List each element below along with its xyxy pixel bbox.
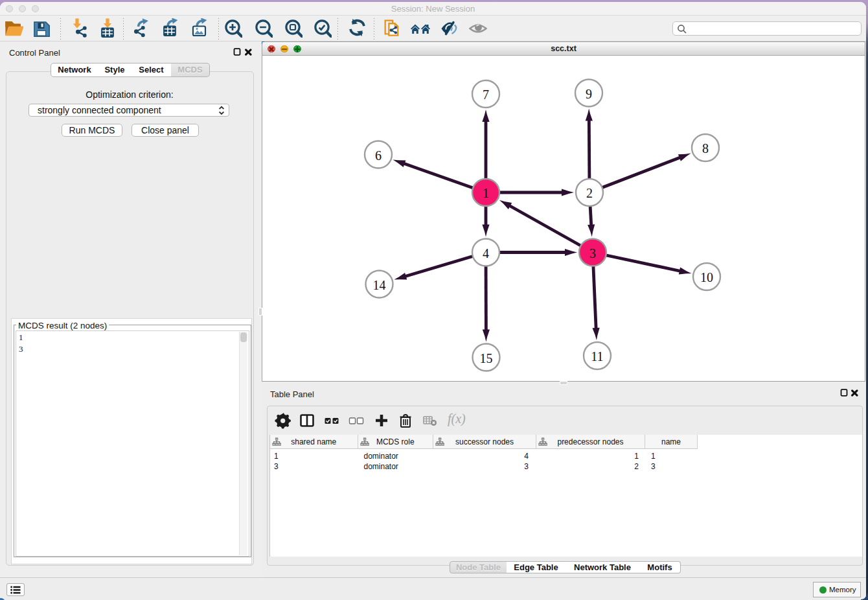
- svg-text:14: 14: [373, 278, 386, 292]
- svg-text:10: 10: [700, 270, 713, 284]
- svg-text:6: 6: [375, 148, 382, 163]
- svg-text:8: 8: [702, 141, 709, 156]
- svg-text:3: 3: [589, 246, 596, 260]
- svg-text:1: 1: [483, 186, 489, 200]
- svg-text:9: 9: [586, 87, 592, 101]
- svg-text:4: 4: [483, 246, 489, 260]
- svg-text:2: 2: [586, 186, 593, 200]
- svg-text:7: 7: [483, 87, 489, 102]
- svg-text:11: 11: [591, 349, 603, 363]
- svg-text:15: 15: [480, 351, 493, 365]
